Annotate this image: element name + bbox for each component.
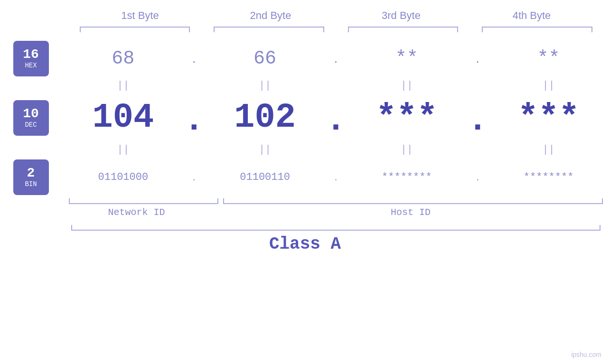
equals-data-row-2: || || || || — [62, 141, 610, 158]
class-label: Class A — [269, 234, 341, 254]
dec-badge-spacer: 10 DEC — [0, 99, 62, 137]
bin-badge-number: 2 — [27, 166, 35, 181]
hex-badge-label: HEX — [25, 62, 37, 69]
bracket-2 — [214, 27, 324, 32]
dec-badge: 10 DEC — [13, 100, 49, 136]
bin-cell-3: ******** — [346, 171, 469, 183]
network-id-label: Network ID — [108, 207, 165, 218]
dec-sep-2: . — [327, 101, 346, 135]
dec-value-1: 104 — [93, 98, 154, 137]
hex-sep-1: . — [185, 51, 204, 66]
byte4-header: 4th Byte — [467, 9, 597, 22]
hex-cell-2: 66 — [204, 48, 327, 69]
dec-value-4: *** — [518, 98, 580, 137]
host-bracket — [223, 198, 603, 204]
network-id-label-wrap: Network ID — [62, 207, 211, 218]
hex-badge-spacer: 16 HEX — [0, 39, 62, 77]
watermark: ipshu.com — [571, 351, 601, 358]
hex-badge-number: 16 — [23, 47, 39, 62]
hex-data-row: 68 . 66 . ** . ** — [62, 39, 610, 77]
dec-badge-number: 10 — [23, 107, 39, 121]
equals-data-row-1: || || || || — [62, 77, 610, 94]
byte3-header: 3rd Byte — [336, 9, 467, 22]
bottom-bracket-spacer — [0, 198, 62, 204]
hex-cell-1: 68 — [62, 48, 185, 69]
eq2-cell-2: || — [204, 144, 327, 156]
eq1-rows-area: || || || || — [62, 77, 610, 94]
bin-sep-1: . — [185, 171, 204, 183]
class-bracket — [71, 225, 601, 231]
hex-cell-3: ** — [346, 48, 469, 69]
bin-rows-area: 01101000 . 01100110 . ******** . *******… — [62, 158, 610, 196]
dec-row: 10 DEC 104 . 102 . *** . *** — [0, 94, 610, 141]
eq2-badge-spacer — [0, 141, 62, 158]
bracket-1 — [80, 27, 190, 32]
hex-sep-3: . — [468, 51, 487, 66]
bin-value-4: ******** — [524, 171, 574, 183]
dec-cell-3: *** — [346, 101, 469, 135]
hex-badge: 16 HEX — [13, 41, 49, 76]
dec-badge-label: DEC — [25, 121, 37, 129]
bin-badge-label: BIN — [25, 180, 37, 188]
bin-badge-spacer: 2 BIN — [0, 158, 62, 196]
hex-value-3: ** — [395, 48, 418, 69]
bin-data-row: 01101000 . 01100110 . ******** . *******… — [62, 158, 610, 196]
dec-cell-2: 102 — [204, 101, 327, 135]
dec-value-2: 102 — [234, 98, 296, 137]
byte-headers: 1st Byte 2nd Byte 3rd Byte 4th Byte — [75, 9, 597, 22]
bin-sep-2: . — [327, 171, 346, 183]
bracket-4 — [482, 27, 592, 32]
eq2-cell-3: || — [346, 144, 469, 156]
class-bracket-container — [0, 225, 610, 231]
equals-row-1: || || || || — [0, 77, 610, 94]
hex-cell-4: ** — [487, 48, 610, 69]
eq1-cell-3: || — [346, 80, 469, 92]
hex-value-2: 66 — [253, 48, 276, 69]
eq1-badge-spacer — [0, 77, 62, 94]
bottom-brackets — [62, 198, 610, 204]
bin-sep-3: . — [468, 171, 487, 183]
eq2-rows-area: || || || || — [62, 141, 610, 158]
network-bracket — [69, 198, 218, 204]
hex-sep-2: . — [327, 51, 346, 66]
hex-value-1: 68 — [112, 48, 134, 69]
bottom-bracket-container — [0, 198, 610, 204]
eq1-cell-1: || — [62, 80, 185, 92]
class-bracket-spacer — [0, 225, 62, 231]
bin-value-3: ******** — [382, 171, 432, 183]
dec-value-3: *** — [376, 98, 438, 137]
host-id-label: Host ID — [391, 207, 431, 218]
eq1-cell-4: || — [487, 80, 610, 92]
dec-sep-3: . — [468, 101, 487, 135]
dec-data-row: 104 . 102 . *** . *** — [62, 94, 610, 141]
host-id-label-wrap: Host ID — [211, 207, 610, 218]
bin-row: 2 BIN 01101000 . 01100110 . ******** . *… — [0, 158, 610, 196]
bin-cell-2: 01100110 — [204, 171, 327, 183]
dec-rows-area: 104 . 102 . *** . *** — [62, 94, 610, 141]
dec-sep-1: . — [185, 101, 204, 135]
id-labels-spacer — [0, 207, 62, 218]
bracket-3 — [348, 27, 459, 32]
eq2-cell-4: || — [487, 144, 610, 156]
hex-rows-area: 68 . 66 . ** . ** — [62, 39, 610, 77]
hex-row: 16 HEX 68 . 66 . ** . ** — [0, 39, 610, 77]
top-bracket-row — [75, 27, 597, 32]
eq1-cell-2: || — [204, 80, 327, 92]
hex-value-4: ** — [537, 48, 560, 69]
byte1-header: 1st Byte — [75, 9, 206, 22]
equals-row-2: || || || || — [0, 141, 610, 158]
dec-cell-1: 104 — [62, 101, 185, 135]
byte2-header: 2nd Byte — [206, 9, 336, 22]
bin-value-1: 01101000 — [98, 171, 149, 183]
class-label-container: Class A — [0, 234, 610, 254]
bin-value-2: 01100110 — [240, 171, 290, 183]
dec-cell-4: *** — [487, 101, 610, 135]
bin-cell-1: 01101000 — [62, 171, 185, 183]
id-labels-container: Network ID Host ID — [0, 207, 610, 218]
eq2-cell-1: || — [62, 144, 185, 156]
main-container: 1st Byte 2nd Byte 3rd Byte 4th Byte 16 H… — [0, 0, 610, 364]
bin-badge: 2 BIN — [13, 159, 49, 195]
bin-cell-4: ******** — [487, 171, 610, 183]
